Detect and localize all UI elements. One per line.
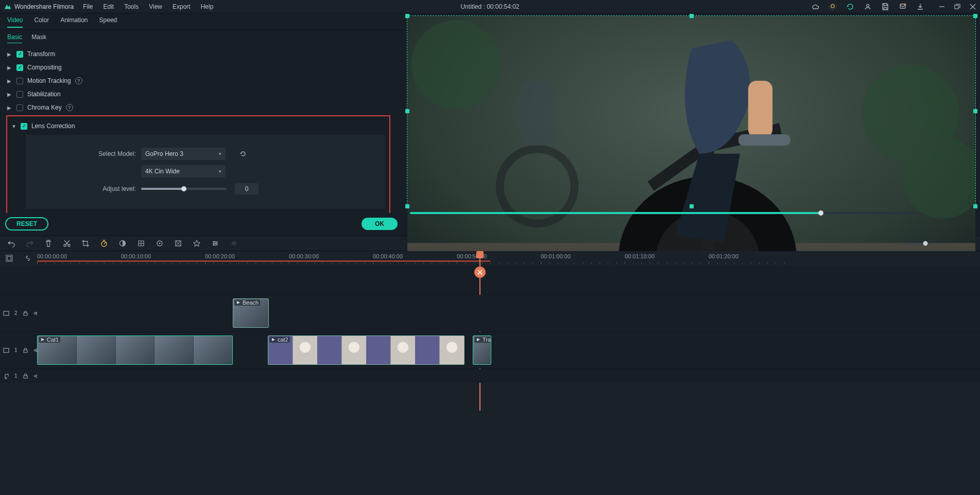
- subtab-mask[interactable]: Mask: [31, 33, 46, 43]
- svg-rect-12: [748, 81, 772, 137]
- preview-canvas[interactable]: [407, 15, 976, 207]
- select-model-dropdown[interactable]: GoPro Hero 3 ▾: [141, 148, 226, 160]
- download-icon[interactable]: [916, 3, 924, 11]
- menu-edit[interactable]: Edit: [104, 3, 114, 10]
- svg-point-18: [411, 20, 501, 109]
- adjust-level-slider[interactable]: [141, 188, 227, 190]
- svg-point-32: [216, 243, 217, 244]
- prop-stabilization[interactable]: ▶ Stabilization: [5, 87, 398, 101]
- lock-icon[interactable]: [23, 310, 28, 316]
- lens-correction-section: ▼ Lens Correction Select Model: GoPro He…: [6, 115, 390, 213]
- chevron-down-icon[interactable]: ▼: [11, 123, 16, 129]
- markers-icon[interactable]: [137, 239, 145, 247]
- prop-transform[interactable]: ▶ Transform: [5, 47, 398, 61]
- redo-icon[interactable]: [26, 239, 34, 247]
- prop-chroma-key[interactable]: ▶ Chroma Key ?: [5, 101, 398, 114]
- track-v1: 1 Cat1cat2Tra: [0, 331, 980, 368]
- svg-rect-48: [4, 311, 9, 315]
- select-model-value: GoPro Hero 3: [145, 150, 183, 157]
- delete-icon[interactable]: [44, 239, 53, 247]
- help-icon[interactable]: ?: [75, 77, 82, 84]
- resize-handle[interactable]: [973, 204, 977, 208]
- window-minimize[interactable]: [939, 4, 945, 10]
- tab-color[interactable]: Color: [34, 16, 49, 28]
- lightbulb-icon[interactable]: [829, 3, 837, 11]
- chevron-right-icon: ▶: [7, 51, 12, 57]
- resize-handle[interactable]: [405, 109, 409, 113]
- tab-speed[interactable]: Speed: [99, 16, 117, 28]
- svg-rect-45: [8, 257, 11, 260]
- svg-rect-51: [4, 348, 9, 352]
- adjust-level-value[interactable]: 0: [235, 183, 259, 195]
- adjust-level-label: Adjust level:: [38, 185, 136, 192]
- app-logo: [4, 3, 11, 10]
- undo-icon[interactable]: [7, 239, 15, 247]
- resize-handle[interactable]: [973, 109, 977, 113]
- refresh-icon[interactable]: [846, 3, 854, 11]
- preview-scrubber[interactable]: [410, 212, 921, 214]
- tab-video[interactable]: Video: [7, 16, 23, 28]
- scissor-icon[interactable]: [474, 267, 486, 278]
- film-icon: [3, 310, 9, 316]
- resize-handle[interactable]: [405, 14, 409, 18]
- checkbox-compositing[interactable]: [16, 64, 23, 71]
- clip-label: Beach: [234, 299, 260, 306]
- checkbox-transform[interactable]: [16, 51, 23, 58]
- prop-motion-tracking-label: Motion Tracking: [27, 77, 71, 84]
- audio-icon[interactable]: [230, 239, 238, 247]
- cut-icon[interactable]: [63, 239, 71, 247]
- checkbox-stabilization[interactable]: [16, 91, 23, 98]
- greenscreen-icon[interactable]: [174, 239, 182, 247]
- link-tracks-icon[interactable]: [24, 255, 31, 262]
- svg-point-26: [101, 241, 107, 246]
- clip[interactable]: cat2: [268, 335, 465, 365]
- checkbox-motion-tracking[interactable]: [16, 78, 23, 84]
- speed-icon[interactable]: [100, 239, 108, 247]
- timeline-options-icon[interactable]: [6, 255, 13, 262]
- checkbox-lens-correction[interactable]: [21, 123, 27, 130]
- window-close[interactable]: [970, 4, 976, 10]
- menu-file[interactable]: File: [83, 3, 93, 10]
- window-restore[interactable]: [954, 4, 960, 10]
- subtab-basic[interactable]: Basic: [7, 33, 22, 43]
- timeline-ruler[interactable]: 00:00:00:0000:00:10:0000:00:20:0000:00:3…: [37, 251, 980, 266]
- lock-icon[interactable]: [23, 347, 28, 353]
- save-icon[interactable]: [881, 3, 889, 11]
- ok-button[interactable]: OK: [362, 218, 398, 230]
- menu-help[interactable]: Help: [201, 3, 214, 10]
- resize-handle[interactable]: [405, 204, 409, 208]
- crop-icon[interactable]: [81, 239, 90, 247]
- clip[interactable]: Beach: [233, 298, 269, 328]
- track-a1-label: 1: [14, 373, 18, 379]
- clip[interactable]: Cat1: [37, 335, 233, 365]
- menu-export[interactable]: Export: [173, 3, 191, 10]
- color-icon[interactable]: [118, 239, 127, 247]
- effects-icon[interactable]: [193, 239, 201, 247]
- track-a1: 1: [0, 368, 980, 383]
- user-icon[interactable]: [864, 3, 872, 11]
- reset-button[interactable]: RESET: [5, 217, 48, 231]
- clip[interactable]: Tra: [473, 335, 491, 365]
- resize-handle[interactable]: [973, 14, 977, 18]
- zoom-slider[interactable]: [906, 243, 936, 244]
- ruler-tick-label: 00:01:20:00: [709, 253, 738, 259]
- select-mode-dropdown[interactable]: 4K Cin Wide ▾: [141, 165, 226, 178]
- menu-tools[interactable]: Tools: [124, 3, 139, 10]
- checkbox-chroma-key[interactable]: [16, 104, 23, 111]
- svg-point-33: [213, 244, 215, 246]
- help-icon[interactable]: ?: [66, 104, 73, 111]
- keyframe-icon[interactable]: [156, 239, 164, 247]
- menu-view[interactable]: View: [149, 3, 162, 10]
- notification-icon[interactable]: [899, 3, 907, 11]
- resize-handle[interactable]: [690, 14, 694, 18]
- tab-animation[interactable]: Animation: [60, 16, 88, 28]
- prop-compositing[interactable]: ▶ Compositing: [5, 61, 398, 74]
- cloud-icon[interactable]: [811, 3, 819, 11]
- inspector-top-tabs: Video Color Animation Speed: [0, 13, 403, 30]
- lock-icon[interactable]: [23, 373, 28, 379]
- resize-handle[interactable]: [690, 204, 694, 208]
- prop-motion-tracking[interactable]: ▶ Motion Tracking ?: [5, 74, 398, 87]
- adjust-icon[interactable]: [211, 239, 219, 247]
- reset-icon[interactable]: [239, 150, 247, 158]
- music-icon: [3, 373, 9, 379]
